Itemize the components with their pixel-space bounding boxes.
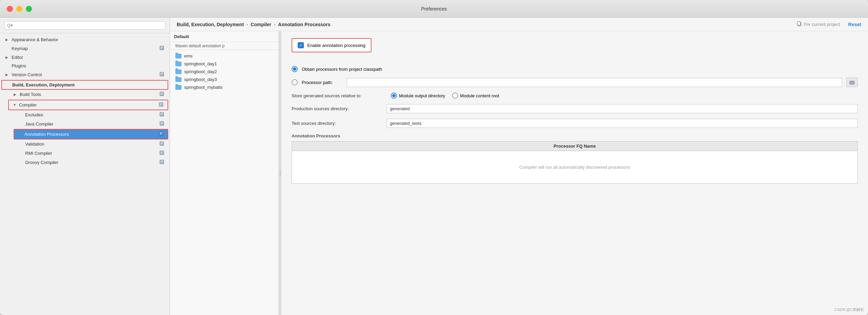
search-bar: Q▾ [0, 18, 170, 33]
sidebar-item-label: Plugins [12, 63, 26, 68]
folder-icon [175, 77, 181, 82]
maven-default-text: Maven default annotation p [170, 42, 278, 50]
list-item[interactable]: ems [170, 52, 278, 60]
sidebar-item-editor[interactable]: ▶ Editor [0, 53, 170, 62]
splitter-dot [280, 173, 281, 174]
arrow-icon: ▶ [5, 38, 10, 42]
sidebar-item-appearance[interactable]: ▶ Appearance & Behavior [0, 35, 170, 44]
page-icon [159, 121, 164, 127]
sidebar-item-build-deployment[interactable]: Build, Execution, Deployment [2, 81, 168, 89]
folder-icon [175, 62, 181, 66]
obtain-processors-label: Obtain processors from project classpath [302, 67, 382, 72]
production-sources-row: Production sources directory: [292, 104, 858, 113]
list-item[interactable]: springboot_day2 [170, 68, 278, 76]
sidebar-item-build-tools[interactable]: ▶ Build Tools [0, 90, 170, 99]
sidebar-item-validation[interactable]: Validation [0, 139, 170, 149]
close-button[interactable] [7, 6, 13, 12]
sidebar-tree: ▶ Appearance & Behavior Keymap ▶ Editor [0, 33, 170, 315]
module-output-radio[interactable] [391, 93, 397, 99]
processor-path-input[interactable] [347, 78, 842, 87]
sidebar-item-rmi-compiler[interactable]: RMI Compiler [0, 149, 170, 158]
for-current-project-label: For current project [804, 22, 840, 27]
splitter-handle[interactable] [279, 31, 281, 315]
arrow-icon: ▶ [14, 93, 18, 96]
breadcrumb-sep-2: › [274, 22, 275, 27]
breadcrumb-part-1: Build, Execution, Deployment [177, 22, 244, 27]
reset-button[interactable]: Reset [848, 22, 861, 27]
annotation-processors-title: Annotation Processors [292, 133, 858, 138]
test-sources-label: Test sources directory: [292, 121, 387, 126]
folder-icon [175, 54, 181, 59]
page-icon [159, 46, 164, 51]
breadcrumb-path: Build, Execution, Deployment › Compiler … [177, 22, 330, 27]
sidebar-item-label: Excludes [25, 112, 43, 117]
production-sources-input[interactable] [387, 104, 858, 113]
store-sources-label: Store generated sources relative to: [292, 93, 387, 98]
project-panel: Default Maven default annotation p ems s… [170, 31, 279, 315]
search-input[interactable] [15, 23, 162, 28]
project-panel-header: Default [170, 31, 278, 42]
project-tree: ems springboot_day1 springboot_day2 [170, 50, 278, 315]
table-header: Processor FQ Name [292, 142, 857, 151]
browse-button[interactable] [846, 78, 858, 87]
sidebar-item-version-control[interactable]: ▶ Version Control [0, 70, 170, 79]
sidebar-item-compiler[interactable]: ▼ Compiler [9, 100, 168, 110]
sidebar-item-label: Build, Execution, Deployment [12, 82, 74, 87]
production-sources-label: Production sources directory: [292, 106, 387, 111]
obtain-processors-radio[interactable] [292, 66, 298, 72]
page-icon [159, 102, 163, 108]
obtain-processors-row: Obtain processors from project classpath [292, 66, 858, 72]
minimize-button[interactable] [16, 6, 22, 12]
project-item-label: springboot_day2 [184, 69, 217, 74]
page-icon [159, 160, 164, 165]
search-wrapper[interactable]: Q▾ [4, 21, 166, 30]
build-deployment-section-box: Build, Execution, Deployment [1, 80, 168, 90]
settings-panel: ✓ Enable annotation processing Obtain pr… [281, 31, 868, 315]
sidebar-item-label: Version Control [12, 72, 42, 77]
enable-annotation-checkbox[interactable]: ✓ [298, 42, 304, 48]
module-content-radio[interactable] [452, 93, 458, 99]
page-icon [159, 92, 164, 97]
sidebar-item-excludes[interactable]: Excludes [0, 110, 170, 119]
sidebar-item-label: Annotation Processors [24, 132, 69, 137]
title-bar: Preferences [0, 0, 868, 18]
test-sources-input[interactable] [387, 119, 858, 128]
module-output-label: Module output directory [399, 93, 445, 98]
annotation-processors-section: Annotation Processors Processor FQ Name … [292, 133, 858, 184]
splitter-dot [280, 175, 281, 176]
sidebar-item-label: Validation [25, 142, 44, 147]
project-item-label: springboot_mybatis [184, 85, 223, 90]
copy-icon [797, 21, 802, 28]
sidebar-item-label: Appearance & Behavior [12, 37, 58, 42]
sidebar-item-keymap[interactable]: Keymap [0, 44, 170, 53]
folder-icon [175, 69, 181, 74]
breadcrumb: Build, Execution, Deployment › Compiler … [170, 18, 868, 31]
arrow-icon: ▶ [5, 55, 10, 59]
right-panel: Build, Execution, Deployment › Compiler … [170, 18, 868, 315]
sidebar-item-label: Keymap [12, 46, 28, 51]
sidebar-item-groovy-compiler[interactable]: Groovy Compiler [0, 158, 170, 167]
module-content-option: Module content root [452, 93, 499, 99]
watermark: CSDN @C类解析 [835, 307, 864, 312]
search-icon: Q▾ [7, 23, 13, 28]
enable-annotation-container: ✓ Enable annotation processing [292, 38, 858, 59]
processor-path-row: Processor path: [292, 78, 858, 87]
processors-table: Processor FQ Name Compiler will run all … [292, 141, 858, 184]
sidebar-item-annotation-processors[interactable]: Annotation Processors [14, 130, 168, 139]
processor-path-radio[interactable] [292, 79, 298, 85]
main-content: Q▾ ▶ Appearance & Behavior Keymap [0, 18, 868, 315]
folder-icon [175, 85, 181, 90]
list-item[interactable]: springboot_day3 [170, 76, 278, 83]
breadcrumb-sep-1: › [247, 22, 248, 27]
list-item[interactable]: springboot_day1 [170, 60, 278, 68]
page-icon [159, 72, 164, 78]
sidebar-item-label: Editor [12, 55, 23, 60]
page-icon [159, 131, 163, 137]
list-item[interactable]: springboot_mybatis [170, 83, 278, 91]
sidebar-item-plugins[interactable]: Plugins [0, 62, 170, 70]
sidebar-item-label: Compiler [19, 102, 37, 107]
sidebar-item-java-compiler[interactable]: Java Compiler [0, 119, 170, 129]
maximize-button[interactable] [26, 6, 32, 12]
breadcrumb-part-2: Compiler [251, 22, 272, 27]
preferences-window: Preferences Q▾ ▶ Appearance & Behavior [0, 0, 868, 315]
